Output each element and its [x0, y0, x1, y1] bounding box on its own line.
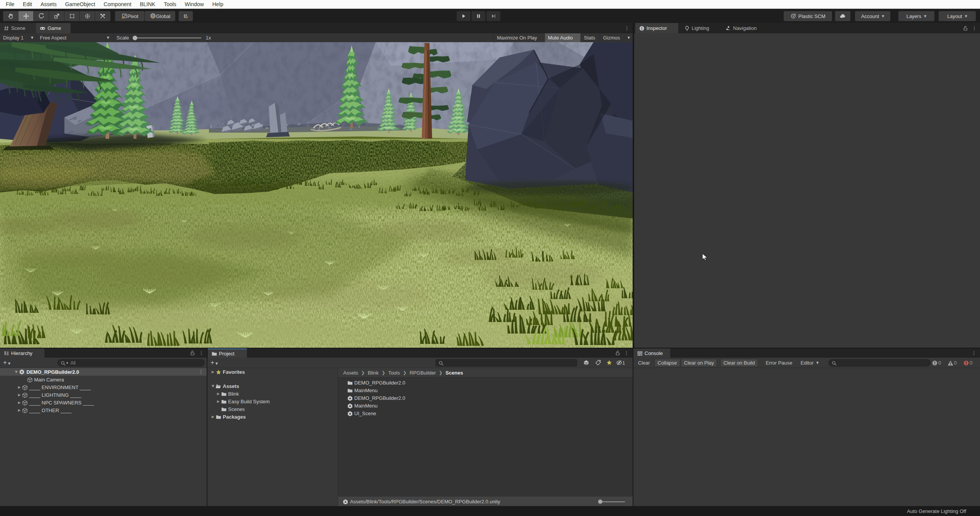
project-tree-easy-build-system[interactable]: ▶ Easy Build System	[207, 398, 338, 405]
error-pause-toggle[interactable]: Error Pause	[763, 359, 795, 367]
foldout-icon[interactable]: ▶	[17, 401, 22, 404]
foldout-icon[interactable]: ▼	[210, 384, 215, 388]
project-item-scene-uiscene[interactable]: UI_Scene	[338, 409, 633, 417]
project-item-folder-demo[interactable]: DEMO_RPGBuilder2.0	[338, 379, 633, 386]
menu-gameobject[interactable]: GameObject	[61, 0, 100, 8]
hierarchy-scene-row[interactable]: ▼ DEMO_RPGBuilder2.0 ⋮	[0, 368, 207, 376]
info-count-toggle[interactable]: 0	[932, 359, 941, 367]
console-search-input[interactable]	[829, 359, 931, 366]
foldout-icon[interactable]: ▶	[17, 393, 22, 397]
cloud-button[interactable]	[835, 11, 850, 21]
hierarchy-item-lightning[interactable]: ▶ ____ LIGHTNING ____	[0, 391, 207, 399]
console-menu-icon[interactable]: ⋮	[971, 350, 977, 356]
hierarchy-menu-icon[interactable]: ⋮	[199, 350, 204, 356]
menu-edit[interactable]: Edit	[19, 0, 36, 8]
console-log-area[interactable]	[633, 368, 980, 507]
aspect-dropdown[interactable]: Free Aspect ▼	[37, 33, 113, 42]
hierarchy-search-input[interactable]: ▼ All	[58, 359, 205, 366]
hierarchy-item-npc-spawners[interactable]: ▶ ____ NPC SPAWNERS ____	[0, 399, 207, 406]
menu-blink[interactable]: BLINK	[136, 0, 159, 8]
step-button[interactable]	[487, 11, 500, 21]
custom-tools-button[interactable]	[95, 11, 110, 21]
menu-file[interactable]: File	[2, 0, 19, 8]
pivot-toggle[interactable]: Pivot	[115, 11, 145, 21]
play-button[interactable]	[457, 11, 470, 21]
breadcrumb-rpgbuilder[interactable]: RPGBuilder	[409, 370, 436, 376]
foldout-icon[interactable]: ▶	[17, 408, 22, 412]
project-item-folder-mainmenu[interactable]: MainMenu	[338, 386, 633, 394]
search-by-label-icon[interactable]	[595, 360, 601, 366]
favorites-star-icon[interactable]	[606, 360, 612, 366]
hierarchy-item-environment[interactable]: ▶ ____ ENVIRONMENT ____	[0, 383, 207, 391]
lock-icon[interactable]	[189, 350, 195, 356]
tab-inspector[interactable]: Inspector	[635, 23, 678, 33]
tab-console[interactable]: Console	[633, 348, 670, 358]
error-count-toggle[interactable]: 0	[963, 359, 972, 367]
breadcrumb-scenes[interactable]: Scenes	[446, 370, 463, 376]
hierarchy-item-other[interactable]: ▶ ____ OTHER ____	[0, 406, 207, 414]
tab-project[interactable]: Project	[208, 348, 247, 358]
scale-slider-knob[interactable]	[133, 36, 137, 40]
tab-navigation[interactable]: Navigation	[722, 23, 765, 33]
display-dropdown[interactable]: Display 1 ▼	[0, 33, 37, 42]
clear-on-build-toggle[interactable]: Clear on Build	[720, 359, 758, 367]
menu-help[interactable]: Help	[208, 0, 228, 8]
scene-menu-icon[interactable]: ⋮	[198, 369, 204, 375]
scale-slider-track[interactable]	[133, 38, 201, 38]
menu-tools[interactable]: Tools	[159, 0, 181, 8]
tab-hierarchy[interactable]: Hierarchy	[0, 348, 44, 358]
hidden-count-button[interactable]: 1	[616, 360, 625, 366]
scale-slider[interactable]: Scale 1x	[113, 33, 225, 42]
game-panel-menu-icon[interactable]: ⋮	[624, 25, 630, 31]
breadcrumb-assets[interactable]: Assets	[343, 370, 358, 376]
project-menu-icon[interactable]: ⋮	[624, 350, 629, 356]
pause-button[interactable]	[472, 11, 485, 21]
account-dropdown[interactable]: Account ▼	[855, 11, 890, 21]
layout-dropdown[interactable]: Layout ▼	[939, 11, 976, 21]
breadcrumb-blink[interactable]: Blink	[368, 370, 378, 376]
thumbnail-size-slider[interactable]	[598, 501, 625, 502]
project-tree-favorites[interactable]: ▶ Favorites	[207, 368, 338, 376]
project-item-scene-demo[interactable]: DEMO_RPGBuilder2.0	[338, 394, 633, 402]
mute-audio-toggle[interactable]: Mute Audio	[544, 33, 580, 42]
foldout-icon[interactable]: ▶	[216, 392, 221, 396]
project-tree-scenes[interactable]: Scenes	[207, 405, 338, 413]
hand-tool-button[interactable]	[3, 11, 18, 21]
project-tree-blink[interactable]: ▶ Blink	[207, 390, 338, 398]
menu-component[interactable]: Component	[99, 0, 135, 8]
create-asset-button[interactable]: +▼	[210, 359, 218, 367]
tab-game[interactable]: Game	[36, 23, 71, 33]
menu-window[interactable]: Window	[181, 0, 208, 8]
foldout-icon[interactable]: ▶	[216, 399, 221, 403]
gizmos-dropdown[interactable]: Gizmos ▼	[600, 33, 633, 42]
clear-button[interactable]: Clear	[635, 359, 653, 367]
move-tool-button[interactable]	[18, 11, 34, 21]
editor-dropdown[interactable]: Editor ▼	[798, 359, 821, 367]
collapse-toggle[interactable]: Collapse	[654, 359, 680, 367]
foldout-icon[interactable]: ▶	[210, 370, 215, 374]
tab-lighting[interactable]: Lighting	[681, 23, 719, 33]
foldout-icon[interactable]: ▶	[210, 415, 215, 419]
project-search-input[interactable]	[436, 359, 577, 366]
stats-toggle[interactable]: Stats	[580, 33, 600, 42]
snap-toggle[interactable]	[179, 11, 193, 21]
transform-tool-button[interactable]	[80, 11, 95, 21]
game-viewport[interactable]	[0, 42, 633, 348]
hierarchy-item-main-camera[interactable]: Main Camera	[0, 376, 207, 383]
foldout-icon[interactable]: ▼	[14, 370, 19, 374]
rotate-tool-button[interactable]	[34, 11, 49, 21]
layers-dropdown[interactable]: Layers ▼	[898, 11, 934, 21]
foldout-icon[interactable]: ▶	[17, 385, 22, 389]
inspector-menu-icon[interactable]: ⋮	[972, 25, 977, 31]
breadcrumb-tools[interactable]: Tools	[388, 370, 400, 376]
maximize-on-play-toggle[interactable]: Maximize On Play	[493, 33, 544, 42]
search-by-type-icon[interactable]	[583, 360, 589, 366]
thumbnail-size-knob[interactable]	[598, 500, 602, 504]
lock-icon[interactable]	[615, 350, 620, 356]
clear-on-play-toggle[interactable]: Clear on Play	[681, 359, 717, 367]
project-item-scene-mainmenu[interactable]: MainMenu	[338, 402, 633, 409]
project-tree-packages[interactable]: ▶ Packages	[207, 413, 338, 421]
global-toggle[interactable]: Global	[145, 11, 175, 21]
rect-tool-button[interactable]	[64, 11, 80, 21]
plastic-scm-button[interactable]: Plastic SCM	[784, 11, 832, 21]
